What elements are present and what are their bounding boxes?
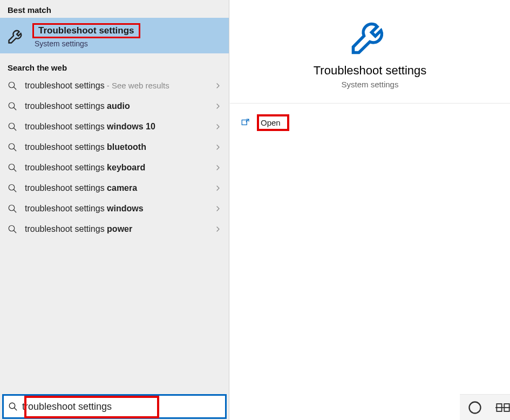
search-icon — [8, 122, 17, 132]
svg-point-19 — [470, 402, 481, 413]
chevron-right-icon — [215, 164, 221, 171]
svg-line-7 — [13, 148, 16, 151]
svg-line-5 — [13, 128, 16, 130]
search-icon — [8, 204, 17, 214]
search-results-panel: Best match Troubleshoot settings System … — [0, 0, 229, 420]
web-results-list: troubleshoot settings - See web resultst… — [0, 75, 229, 239]
web-result-text: troubleshoot settings bluetooth — [25, 142, 207, 152]
search-icon — [8, 163, 17, 173]
chevron-right-icon — [215, 226, 221, 232]
svg-line-3 — [13, 107, 16, 110]
svg-line-1 — [13, 87, 16, 89]
task-view-icon — [495, 400, 510, 415]
taskbar: W — [460, 394, 510, 420]
web-result-text: troubleshoot settings - See web results — [25, 81, 207, 91]
chevron-right-icon — [215, 144, 221, 150]
chevron-right-icon — [215, 123, 221, 130]
svg-line-9 — [13, 169, 16, 171]
search-icon — [8, 101, 17, 111]
chevron-right-icon — [215, 82, 221, 89]
svg-line-11 — [13, 189, 16, 192]
svg-rect-18 — [242, 120, 247, 125]
open-label: Open — [261, 118, 281, 127]
wrench-icon — [348, 13, 393, 58]
web-result-item[interactable]: troubleshoot settings audio — [0, 96, 229, 116]
web-result-item[interactable]: troubleshoot settings camera — [0, 178, 229, 198]
web-result-item[interactable]: troubleshoot settings windows — [0, 198, 229, 219]
search-bar[interactable] — [2, 394, 227, 419]
open-icon — [241, 118, 250, 127]
web-result-text: troubleshoot settings windows 10 — [25, 122, 207, 132]
web-result-item[interactable]: troubleshoot settings power — [0, 219, 229, 239]
best-match-header: Best match — [0, 0, 229, 18]
chevron-right-icon — [215, 205, 221, 212]
chevron-right-icon — [215, 185, 221, 191]
web-result-item[interactable]: troubleshoot settings windows 10 — [0, 116, 229, 137]
search-icon — [8, 81, 17, 91]
taskbar-task-view[interactable] — [495, 399, 510, 416]
search-input[interactable] — [22, 401, 221, 412]
open-action[interactable]: Open — [241, 113, 499, 132]
web-result-item[interactable]: troubleshoot settings bluetooth — [0, 137, 229, 157]
search-icon — [8, 142, 17, 152]
preview-panel: Troubleshoot settings System settings Op… — [230, 0, 510, 420]
svg-line-13 — [13, 210, 16, 212]
best-match-subtitle: System settings — [32, 39, 140, 48]
preview-subtitle: System settings — [241, 80, 499, 89]
preview-title: Troubleshoot settings — [241, 64, 499, 78]
best-match-title: Troubleshoot settings — [36, 25, 137, 36]
chevron-right-icon — [215, 103, 221, 109]
taskbar-cortana[interactable] — [467, 399, 482, 416]
best-match-title-highlight: Troubleshoot settings — [32, 23, 140, 38]
web-result-item[interactable]: troubleshoot settings - See web results — [0, 75, 229, 96]
search-icon — [8, 183, 17, 193]
search-icon — [8, 402, 18, 411]
open-label-highlight: Open — [257, 114, 289, 131]
web-result-item[interactable]: troubleshoot settings keyboard — [0, 157, 229, 178]
best-match-item[interactable]: Troubleshoot settings System settings — [0, 18, 229, 53]
svg-line-15 — [13, 230, 16, 233]
svg-line-17 — [14, 408, 17, 410]
search-icon — [8, 224, 17, 234]
web-result-text: troubleshoot settings power — [25, 224, 207, 234]
search-web-header: Search the web — [0, 53, 229, 75]
web-result-text: troubleshoot settings audio — [25, 101, 207, 111]
web-result-text: troubleshoot settings camera — [25, 183, 207, 193]
web-result-text: troubleshoot settings keyboard — [25, 163, 207, 173]
cortana-icon — [467, 400, 482, 415]
wrench-icon — [6, 26, 26, 45]
web-result-text: troubleshoot settings windows — [25, 204, 207, 214]
